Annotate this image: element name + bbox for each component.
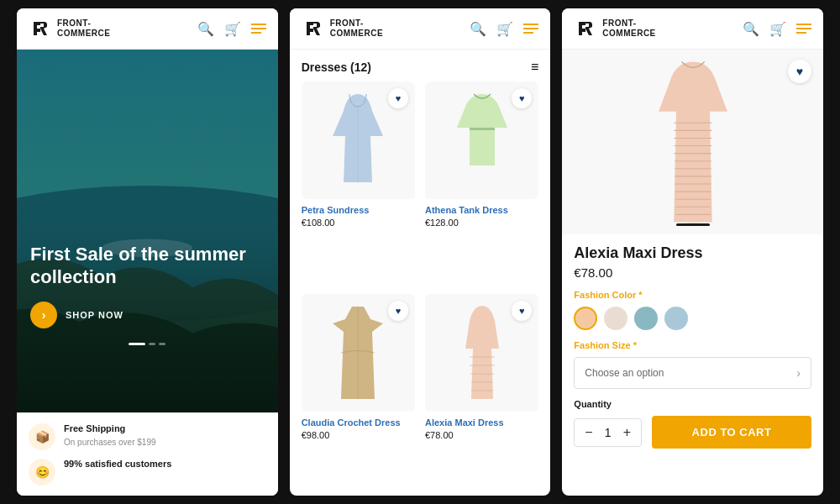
hero-content: First Sale of the summer collection › SH… [30,244,265,328]
cta-label: SHOP NOW [66,310,123,320]
wishlist-btn-4[interactable]: ♥ [512,301,532,321]
features-section: 📦 Free Shipping On purchases over $199 😊… [17,412,278,496]
logo-text-3: FRONT- COMMERCE [602,18,655,39]
screens-wrapper: FRONT- COMMERCE 🔍 🛒 [0,0,840,504]
logo-icon-3 [574,17,597,40]
feature-shipping-text: Free Shipping On purchases over $199 [64,423,156,449]
color-options [574,307,811,330]
filter-icon[interactable]: ≡ [531,60,538,75]
dress-svg-2 [453,90,512,191]
menu-icon-1[interactable] [251,24,266,34]
image-scroll-indicator [676,223,710,226]
cart-icon-1[interactable]: 🛒 [224,21,241,37]
cart-icon-2[interactable]: 🛒 [496,21,513,37]
dot-3 [159,343,165,345]
feature-shipping: 📦 Free Shipping On purchases over $199 [29,423,266,450]
hero-cta-button[interactable]: › SHOP NOW [30,302,265,328]
product-price-3: €98.00 [302,430,415,440]
wishlist-btn-3[interactable]: ♥ [388,301,408,321]
product-image-4: ♥ [425,294,538,412]
product-card-2[interactable]: ♥ Athena Tank Dress €128.00 [425,81,538,284]
product-detail-content: ♥ Alexia Maxi Dress €78.00 Fashion Color… [562,50,823,496]
add-to-cart-button[interactable]: ADD TO CART [652,416,811,449]
logo-icon-2 [302,17,325,40]
quantity-decrease-btn[interactable]: − [585,426,592,439]
product-card-1[interactable]: ♥ Petra Sundress €108.00 [302,81,415,284]
search-icon-2[interactable]: 🔍 [470,21,486,37]
wishlist-btn-2[interactable]: ♥ [512,88,532,108]
product-name-1: Petra Sundress [302,204,415,216]
header-1: FRONT- COMMERCE 🔍 🛒 [17,8,278,50]
color-swatch-3[interactable] [634,307,658,330]
cta-circle: › [30,302,57,328]
quantity-increase-btn[interactable]: + [623,426,631,439]
product-name-2: Athena Tank Dress [425,204,538,216]
logo-text-2: FRONT- COMMERCE [330,18,383,39]
product-name-3: Claudia Crochet Dress [302,417,415,428]
feature-satisfaction: 😊 99% satisfied customers [29,459,266,486]
hero-title: First Sale of the summer collection [30,244,265,288]
detail-wishlist-btn[interactable]: ♥ [788,60,811,83]
dress-svg-1 [328,90,387,191]
color-option-label: Fashion Color * [574,290,811,300]
product-card-3[interactable]: ♥ Claudia Crochet Dress €98.00 [302,294,415,496]
product-price-1: €108.00 [302,218,415,228]
quantity-control: − 1 + [574,418,642,447]
hero-overlay [17,50,278,412]
dress-svg-3 [328,302,387,403]
dot-active [129,343,145,345]
logo-icon-1 [29,17,52,40]
dress-svg-4 [453,302,512,403]
color-swatch-1[interactable] [574,307,597,330]
size-placeholder: Choose an option [585,367,664,379]
detail-product-name: Alexia Maxi Dress [574,244,811,262]
detail-product-price: €78.00 [574,265,811,280]
satisfaction-icon: 😊 [29,459,55,486]
header-icons-1: 🔍 🛒 [197,21,266,37]
list-header: Dresses (12) ≡ [290,50,551,81]
detail-image-wrap: ♥ [562,50,823,234]
menu-icon-3[interactable] [796,24,811,34]
shipping-icon: 📦 [29,423,55,450]
header-3: FRONT- COMMERCE 🔍 🛒 [562,8,823,50]
hero-section: First Sale of the summer collection › SH… [17,50,278,412]
header-icons-2: 🔍 🛒 [470,21,538,37]
size-chevron-icon: › [796,366,801,380]
svg-rect-6 [470,128,495,130]
screen-3-detail: FRONT- COMMERCE 🔍 🛒 [562,8,823,496]
product-image-1: ♥ [302,81,415,199]
dot-2 [149,343,155,345]
color-swatch-4[interactable] [664,307,688,330]
quantity-value: 1 [601,426,615,439]
category-title: Dresses (12) [302,60,371,74]
product-card-4[interactable]: ♥ Alexia Maxi Dress €78.00 [425,294,538,496]
size-select[interactable]: Choose an option › [574,357,811,389]
search-icon-1[interactable]: 🔍 [197,21,214,37]
wishlist-btn-1[interactable]: ♥ [388,88,408,108]
header-icons-3: 🔍 🛒 [743,21,811,37]
size-option-label: Fashion Size * [574,340,811,350]
logo-text-1: FRONT- COMMERCE [57,18,110,39]
product-price-4: €78.00 [425,430,538,440]
detail-info: Alexia Maxi Dress €78.00 Fashion Color *… [574,234,811,449]
cart-icon-3[interactable]: 🛒 [769,21,786,37]
logo-2: FRONT- COMMERCE [302,17,383,40]
quantity-label: Quantity [574,399,811,409]
product-image-3: ♥ [302,294,415,412]
logo-1: FRONT- COMMERCE [29,17,110,40]
screen-1-hero: FRONT- COMMERCE 🔍 🛒 [17,8,278,496]
add-to-cart-row: − 1 + ADD TO CART [574,416,811,449]
product-price-2: €128.00 [425,218,538,228]
search-icon-3[interactable]: 🔍 [743,21,759,37]
hero-indicator [129,343,165,345]
product-name-4: Alexia Maxi Dress [425,417,538,428]
product-image-2: ♥ [425,81,538,199]
logo-3: FRONT- COMMERCE [574,17,655,40]
menu-icon-2[interactable] [523,24,538,34]
products-grid: ♥ Petra Sundress €108.00 ♥ [290,81,551,496]
screen-2-list: FRONT- COMMERCE 🔍 🛒 Dresses (12) ≡ [290,8,551,496]
header-2: FRONT- COMMERCE 🔍 🛒 [290,8,551,50]
feature-satisfaction-text: 99% satisfied customers [64,459,171,469]
color-swatch-2[interactable] [604,307,627,330]
detail-dress-image [626,58,760,226]
